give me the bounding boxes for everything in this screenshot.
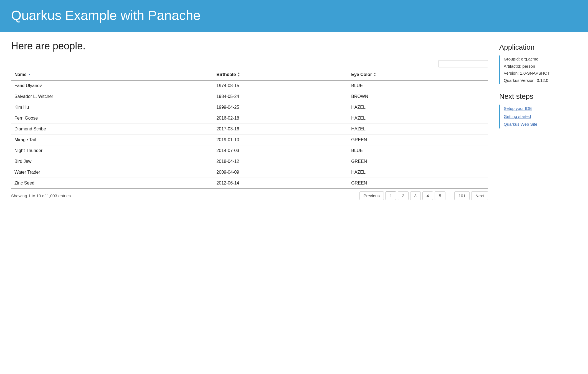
app-info-item: Version: 1.0-SNAPSHOT <box>504 70 577 77</box>
cell-eyecolor: BLUE <box>348 80 488 91</box>
table-row: Water Trader 2009-04-09 HAZEL <box>11 167 488 178</box>
pagination-ellipsis: ... <box>447 192 453 200</box>
table-row: Farid Ulyanov 1974-08-15 BLUE <box>11 80 488 91</box>
cell-eyecolor: GREEN <box>348 178 488 189</box>
next-steps-links: Setup your IDEGetting startedQuarkus Web… <box>499 105 577 128</box>
table-row: Mirage Tail 2019-01-10 GREEN <box>11 135 488 145</box>
app-info-item: Quarkus Version: 0.12.0 <box>504 77 577 84</box>
showing-text: Showing 1 to 10 of 1,003 entries <box>11 193 71 198</box>
sort-icon-name: ▲ <box>28 73 31 76</box>
next-steps-title: Next steps <box>499 92 577 101</box>
col-name-header[interactable]: Name ▲ <box>11 69 213 80</box>
table-row: Bird Jaw 2018-04-12 GREEN <box>11 156 488 167</box>
cell-birthdate: 1999-04-25 <box>213 102 348 113</box>
cell-eyecolor: BROWN <box>348 91 488 102</box>
cell-eyecolor: HAZEL <box>348 124 488 135</box>
col-birthdate-header[interactable]: Birthdate ▲▼ <box>213 69 348 80</box>
table-row: Salvador L. Witcher 1984-05-24 BROWN <box>11 91 488 102</box>
sidebar-link[interactable]: Getting started <box>504 113 577 121</box>
section-heading: Here are people. <box>11 40 488 52</box>
table-row: Night Thunder 2014-07-03 BLUE <box>11 145 488 156</box>
page-2-button[interactable]: 2 <box>398 191 408 200</box>
cell-name: Bird Jaw <box>11 156 213 167</box>
table-row: Diamond Scribe 2017-03-16 HAZEL <box>11 124 488 135</box>
table-row: Zinc Seed 2012-06-14 GREEN <box>11 178 488 189</box>
application-info: GroupId: org.acmeArtifactId: personVersi… <box>499 55 577 84</box>
cell-birthdate: 1984-05-24 <box>213 91 348 102</box>
cell-birthdate: 1974-08-15 <box>213 80 348 91</box>
cell-name: Water Trader <box>11 167 213 178</box>
cell-name: Diamond Scribe <box>11 124 213 135</box>
sort-icon-eyecolor: ▲▼ <box>374 72 376 77</box>
page-3-button[interactable]: 3 <box>410 191 421 200</box>
cell-name: Kim Hu <box>11 102 213 113</box>
cell-name: Fern Goose <box>11 113 213 124</box>
sort-icon-birthdate: ▲▼ <box>238 72 240 77</box>
cell-name: Zinc Seed <box>11 178 213 189</box>
cell-birthdate: 2017-03-16 <box>213 124 348 135</box>
cell-eyecolor: HAZEL <box>348 102 488 113</box>
cell-eyecolor: BLUE <box>348 145 488 156</box>
page-5-button[interactable]: 5 <box>435 191 445 200</box>
cell-name: Night Thunder <box>11 145 213 156</box>
cell-birthdate: 2019-01-10 <box>213 135 348 145</box>
cell-name: Salvador L. Witcher <box>11 91 213 102</box>
application-title: Application <box>499 43 577 52</box>
previous-button[interactable]: Previous <box>359 191 384 200</box>
app-info-item: ArtifactId: person <box>504 63 577 70</box>
page-4-button[interactable]: 4 <box>422 191 433 200</box>
cell-name: Farid Ulyanov <box>11 80 213 91</box>
table-row: Fern Goose 2016-02-18 HAZEL <box>11 113 488 124</box>
cell-eyecolor: HAZEL <box>348 167 488 178</box>
cell-birthdate: 2016-02-18 <box>213 113 348 124</box>
cell-birthdate: 2018-04-12 <box>213 156 348 167</box>
sidebar-link[interactable]: Setup your IDE <box>504 105 577 113</box>
pagination: Previous 1 2 3 4 5 ... 101 Next <box>359 191 488 200</box>
cell-eyecolor: GREEN <box>348 135 488 145</box>
next-button[interactable]: Next <box>471 191 488 200</box>
page-1-button[interactable]: 1 <box>386 191 396 200</box>
cell-birthdate: 2012-06-14 <box>213 178 348 189</box>
col-eyecolor-header[interactable]: Eye Color ▲▼ <box>348 69 488 80</box>
cell-name: Mirage Tail <box>11 135 213 145</box>
header: Quarkus Example with Panache <box>0 0 588 32</box>
sidebar-link[interactable]: Quarkus Web Site <box>504 120 577 128</box>
sidebar: Application GroupId: org.acmeArtifactId:… <box>499 40 577 200</box>
cell-eyecolor: HAZEL <box>348 113 488 124</box>
cell-eyecolor: GREEN <box>348 156 488 167</box>
search-input[interactable] <box>438 60 488 67</box>
cell-birthdate: 2014-07-03 <box>213 145 348 156</box>
table-row: Kim Hu 1999-04-25 HAZEL <box>11 102 488 113</box>
page-101-button[interactable]: 101 <box>454 191 470 200</box>
cell-birthdate: 2009-04-09 <box>213 167 348 178</box>
people-table: Name ▲ Birthdate ▲▼ <box>11 69 488 189</box>
page-title: Quarkus Example with Panache <box>11 8 577 23</box>
app-info-item: GroupId: org.acme <box>504 55 577 63</box>
